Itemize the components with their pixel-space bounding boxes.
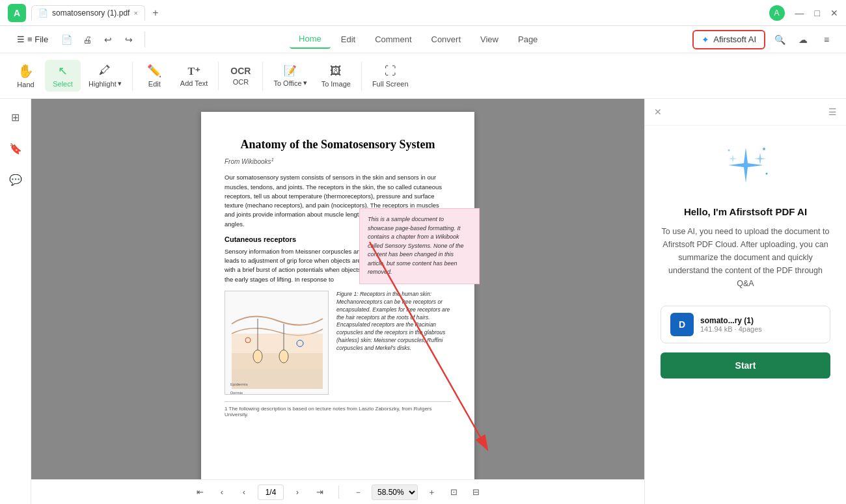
ai-panel-close-btn[interactable]: ✕ <box>654 107 662 117</box>
tab-home[interactable]: Home <box>290 30 331 49</box>
window-minimize-btn[interactable]: — <box>795 8 804 18</box>
toolbar-sep-1 <box>132 62 133 90</box>
save-btn[interactable]: 📄 <box>57 31 75 49</box>
toimage-icon: 🖼 <box>330 64 342 78</box>
toolbar-sep-4 <box>361 62 362 90</box>
toimage-label: To Image <box>321 80 351 88</box>
pdf-figure-caption: Figure 1: Receptors in the human skin: M… <box>336 291 451 395</box>
ocr-label: OCR <box>233 78 249 86</box>
svg-rect-2 <box>232 353 323 369</box>
pdf-highlight-box: This is a sample document to showcase pa… <box>359 208 480 284</box>
tab-page[interactable]: Page <box>509 31 547 48</box>
hand-tool-btn[interactable]: ✋ Hand <box>8 59 44 92</box>
tooffice-tool-btn[interactable]: 📝 To Office ▾ <box>267 60 313 91</box>
pdf-footnote: 1 The following description is based on … <box>225 401 451 418</box>
ai-btn-label: Afirstsoft AI <box>713 34 756 44</box>
user-avatar[interactable]: A <box>769 5 785 21</box>
select-tool-btn[interactable]: ↖ Select <box>45 60 81 92</box>
tab-area: 📄 somatosensory (1).pdf × + <box>31 5 764 21</box>
zoom-in-btn[interactable]: ＋ <box>423 484 440 501</box>
addtext-icon: T⁺ <box>188 65 200 77</box>
left-sidebar: ⊞ 🔖 💬 <box>0 99 31 504</box>
ai-star-icon: ✦ <box>702 34 709 45</box>
undo-btn[interactable]: ↩ <box>99 31 117 49</box>
comment-panel-btn[interactable]: 💬 <box>5 169 26 190</box>
pdf-figure-image: Epidermis Dermis <box>225 291 329 395</box>
app-logo: A <box>8 4 26 22</box>
file-label: ≡ File <box>27 34 48 44</box>
cloud-btn[interactable]: ☁ <box>794 31 812 49</box>
highlight-arrow: ▾ <box>118 79 122 88</box>
pdf-page: This is a sample document to showcase pa… <box>201 112 474 479</box>
bookmark-panel-btn[interactable]: 🔖 <box>5 138 26 159</box>
page-prev-btn[interactable]: ‹ <box>213 484 230 501</box>
figure-svg: Epidermis Dermis <box>225 291 329 395</box>
tooffice-arrow: ▾ <box>303 79 307 87</box>
settings-menu-btn[interactable]: ≡ <box>817 31 836 49</box>
ocr-tool-btn[interactable]: OCR OCR <box>223 62 258 90</box>
file-icon-letter: D <box>679 319 685 330</box>
fit-page-btn[interactable]: ⊡ <box>445 484 462 501</box>
pdf-source: From Wikibooks1 <box>225 157 451 165</box>
page-input[interactable] <box>258 484 284 500</box>
select-label: Select <box>53 80 73 88</box>
ai-file-name: somato...ry (1) <box>700 316 762 325</box>
select-icon: ↖ <box>58 64 68 78</box>
toolbar-sep-3 <box>262 62 263 90</box>
zoom-select[interactable]: 50% 58.50% 75% 100% <box>372 484 418 500</box>
toolbar: ✋ Hand ↖ Select 🖍 Highlight ▾ ✏️ Edit T⁺… <box>0 53 846 99</box>
ai-description: To use AI, you need to upload the docume… <box>661 225 830 290</box>
highlight-label: Highlight ▾ <box>89 79 122 88</box>
tooffice-icon: 📝 <box>284 64 297 77</box>
svg-text:Epidermis: Epidermis <box>230 382 248 386</box>
hamburger-icon: ☰ <box>17 34 25 44</box>
ai-panel-menu-btn[interactable]: ☰ <box>828 107 837 117</box>
search-btn[interactable]: 🔍 <box>771 31 789 49</box>
edit-label: Edit <box>148 80 161 88</box>
ai-start-btn[interactable]: Start <box>661 352 830 378</box>
svg-rect-1 <box>232 334 323 353</box>
active-tab[interactable]: 📄 somatosensory (1).pdf × <box>31 5 145 21</box>
page-first-btn[interactable]: ⇤ <box>191 484 208 501</box>
ai-panel-body: Hello, I'm Afirstsoft PDF AI To use AI, … <box>645 126 846 504</box>
redo-btn[interactable]: ↪ <box>120 31 138 49</box>
page-last-btn[interactable]: ⇥ <box>311 484 328 501</box>
ocr-icon: OCR <box>230 66 251 76</box>
tab-edit[interactable]: Edit <box>332 31 364 48</box>
zoom-separator <box>338 486 339 499</box>
page-prev-arrow[interactable]: ‹ <box>236 484 252 501</box>
zoom-out-btn[interactable]: － <box>349 484 366 501</box>
addtext-tool-btn[interactable]: T⁺ Add Text <box>174 61 215 91</box>
print-btn[interactable]: 🖨 <box>78 31 96 49</box>
svg-point-5 <box>253 350 262 363</box>
thumbnail-panel-btn[interactable]: ⊞ <box>5 107 26 127</box>
page-next-arrow[interactable]: › <box>289 484 306 501</box>
fullscreen-label: Full Screen <box>372 80 409 88</box>
new-tab-btn[interactable]: + <box>148 5 163 21</box>
fit-width-btn[interactable]: ⊟ <box>467 484 484 501</box>
toimage-tool-btn[interactable]: 🖼 To Image <box>315 60 357 92</box>
svg-point-16 <box>765 173 767 175</box>
edit-icon: ✏️ <box>147 64 161 78</box>
pdf-figure-area: Epidermis Dermis Figure 1: Receptors in … <box>225 291 451 395</box>
tab-view[interactable]: View <box>471 31 508 48</box>
svg-point-7 <box>279 350 288 363</box>
ai-button[interactable]: ✦ Afirstsoft AI <box>692 30 765 49</box>
tab-convert[interactable]: Convert <box>422 31 471 48</box>
file-menu[interactable]: ☰ ≡ File <box>10 32 55 47</box>
nav-tabs: Home Edit Comment Convert View Page <box>290 30 547 49</box>
pdf-title: Anatomy of the Somatosensory System <box>225 138 451 152</box>
hand-icon: ✋ <box>18 63 34 79</box>
tooffice-label: To Office ▾ <box>273 79 307 87</box>
svg-point-14 <box>763 148 765 150</box>
title-bar: A 📄 somatosensory (1).pdf × + A — □ ✕ <box>0 0 846 26</box>
fullscreen-tool-btn[interactable]: ⛶ Full Screen <box>366 60 415 92</box>
window-close-btn[interactable]: ✕ <box>830 8 838 18</box>
edit-tool-btn[interactable]: ✏️ Edit <box>137 60 172 92</box>
tab-close-btn[interactable]: × <box>133 9 137 17</box>
highlight-tool-btn[interactable]: 🖍 Highlight ▾ <box>82 60 128 92</box>
pdf-content[interactable]: This is a sample document to showcase pa… <box>31 99 644 479</box>
hand-label: Hand <box>17 81 34 88</box>
tab-comment[interactable]: Comment <box>366 31 420 48</box>
window-maximize-btn[interactable]: □ <box>815 8 820 18</box>
